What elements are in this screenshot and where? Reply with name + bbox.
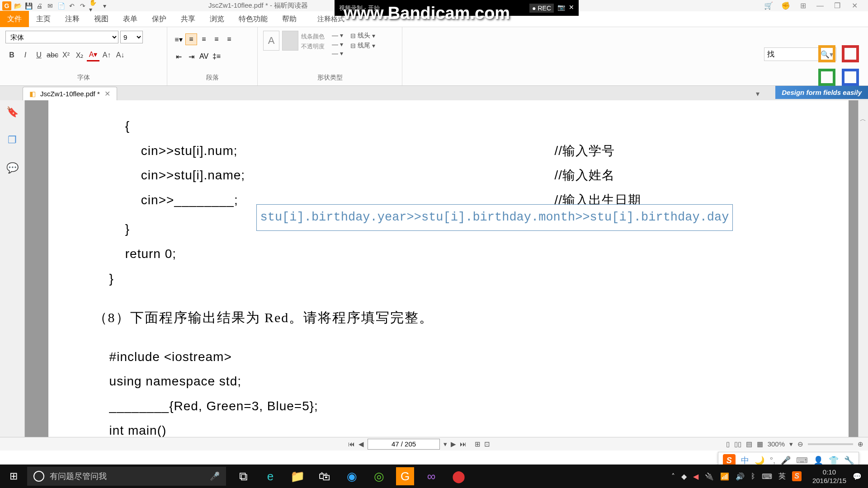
promo-banner[interactable]: Design form fields easily [775,86,868,99]
taskbar-clock[interactable]: 0:10 2016/12/15 [812,468,846,485]
zoom-dropdown-icon[interactable]: ▾ [789,440,793,448]
menu-special[interactable]: 特色功能 [231,11,275,28]
strikethrough-button[interactable]: abc [46,49,59,61]
ime-skin-icon[interactable]: 👕 [829,455,839,465]
zoom-slider[interactable] [808,443,853,445]
tray-wifi-icon[interactable]: 📶 [720,472,729,481]
notifications-icon[interactable]: 💬 [853,472,862,481]
tray-expand-icon[interactable]: ˄ [671,472,675,481]
open-icon[interactable]: 📂 [13,1,22,10]
view-mode-4[interactable]: ▦ [757,440,763,448]
ime-moon-icon[interactable]: 🌙 [755,455,764,465]
tray-power-icon[interactable]: 🔌 [705,472,714,481]
menu-form[interactable]: 表单 [116,11,145,28]
zoom-in-button[interactable]: ⊕ [858,440,863,448]
tray-keyboard-icon[interactable]: ⌨ [762,472,772,481]
font-family-select[interactable]: 宋体 [5,31,118,43]
ime-tool-icon[interactable]: 🔧 [844,455,854,465]
mic-icon[interactable]: 🎤 [210,471,220,481]
bullet-list-button[interactable]: ≡▾ [173,33,184,45]
ime-mic-icon[interactable]: 🎤 [781,455,791,465]
tab-dropdown-icon[interactable]: ▾ [756,89,760,98]
task-view-icon[interactable]: ⧉ [231,465,256,488]
font-size-select[interactable]: 9 [120,31,143,43]
restore-button[interactable]: ❐ [833,1,842,10]
superscript-button[interactable]: X² [60,49,72,61]
minimize-button[interactable]: — [816,1,825,10]
zoom-out-button[interactable]: ⊖ [797,440,803,448]
vs-icon[interactable]: ∞ [419,465,444,488]
page-number-input[interactable] [368,439,440,450]
pages-panel-icon[interactable]: ❐ [5,133,19,147]
bookmark-panel-icon[interactable]: 🔖 [5,105,19,119]
app-icon-2[interactable]: ◎ [366,465,392,488]
line-color-label[interactable]: 线条颜色 [301,33,325,41]
ime-keyboard-icon[interactable]: ⌨ [796,455,808,465]
tab-close-icon[interactable]: ✕ [104,89,110,98]
tray-bt-icon[interactable]: ᛒ [751,472,755,480]
page-area[interactable]: { cin>>stu[i].num; //输入学号 cin>>stu[i].na… [25,100,858,437]
tray-sogou-icon[interactable]: S [792,471,802,481]
menu-protect[interactable]: 保护 [145,11,174,28]
indent-left-button[interactable]: ⇤ [173,51,184,62]
app-icon-1[interactable]: ◉ [339,465,364,488]
prev-page-button[interactable]: ◀ [359,440,364,448]
text-box-shape[interactable]: A [263,31,279,51]
cortana-search[interactable]: 有问题尽管问我 🎤 [27,467,226,486]
ime-punct-icon[interactable]: °, [770,456,775,465]
line-style-2[interactable]: — ▾ [332,40,343,49]
start-button[interactable]: ⊞ [0,465,27,488]
menu-annotate[interactable]: 注释 [58,11,87,28]
view-mode-1[interactable]: ▯ [726,440,730,448]
indent-right-button[interactable]: ⇥ [185,51,197,62]
qat-more-icon[interactable]: ▾ [100,1,109,10]
hand-icon[interactable]: ✋▾ [89,1,98,10]
underline-button[interactable]: U [33,49,45,61]
line-tail-option[interactable]: ⊟ 线尾 ▾ [350,41,375,51]
line-style-1[interactable]: — ▾ [332,31,343,40]
edge-icon[interactable]: e [258,465,283,488]
collapse-ribbon-icon[interactable]: ︿ [860,115,866,123]
next-page-button[interactable]: ▶ [451,440,456,448]
line-style-3[interactable]: — ▾ [332,49,343,58]
store-icon[interactable]: 🛍 [312,465,337,488]
comments-panel-icon[interactable]: 💬 [5,161,19,175]
view-mode-2[interactable]: ▯▯ [734,440,741,448]
bold-button[interactable]: B [5,49,18,61]
shrink-font-button[interactable]: A↓ [114,49,127,61]
bandicam-close-icon[interactable]: ✕ [569,4,574,13]
tray-icon-2[interactable]: ◀ [693,472,698,481]
align-center-button[interactable]: ≡ [198,33,210,45]
menu-view[interactable]: 视图 [87,11,116,28]
italic-button[interactable]: I [19,49,32,61]
tray-volume-icon[interactable]: 🔊 [736,472,745,481]
menu-share[interactable]: 共享 [174,11,203,28]
grow-font-button[interactable]: A↑ [100,49,113,61]
rec-indicator[interactable]: ● REC [529,4,554,13]
camera-icon[interactable]: 📷 [557,4,565,13]
line-head-option[interactable]: ⊟ 线头 ▾ [350,31,375,41]
last-page-button[interactable]: ⏭ [460,440,467,448]
cart-icon[interactable]: 🛒 [764,1,773,10]
view-mode-3[interactable]: ▤ [746,440,752,448]
menu-file[interactable]: 文件 [0,11,29,28]
fill-shape[interactable] [282,31,298,51]
tray-ime-label[interactable]: 英 [778,472,786,481]
record-icon[interactable]: ⬤ [446,465,471,488]
layout-icon-2[interactable]: ⊡ [484,440,490,448]
line-spacing-button[interactable]: ‡≡ [211,51,222,62]
align-right-button[interactable]: ≡ [211,33,222,45]
explorer-icon[interactable]: 📁 [285,465,310,488]
align-left-button[interactable]: ≡ [185,33,197,45]
font-color-button[interactable]: A▾ [87,49,99,61]
foxit-taskbar-icon[interactable]: G [396,467,414,485]
hand-tool-icon[interactable]: ✊ [781,1,790,10]
undo-icon[interactable]: ↶ [67,1,76,10]
new-icon[interactable]: 📄 [57,1,66,10]
redo-icon[interactable]: ↷ [78,1,87,10]
menu-help[interactable]: 帮助 [275,11,304,28]
page-dropdown-icon[interactable]: ▾ [443,440,447,448]
vertical-scrollbar[interactable] [858,100,868,437]
close-button[interactable]: ✕ [850,1,859,10]
menu-annotation-format[interactable]: 注释格式 [317,15,344,23]
